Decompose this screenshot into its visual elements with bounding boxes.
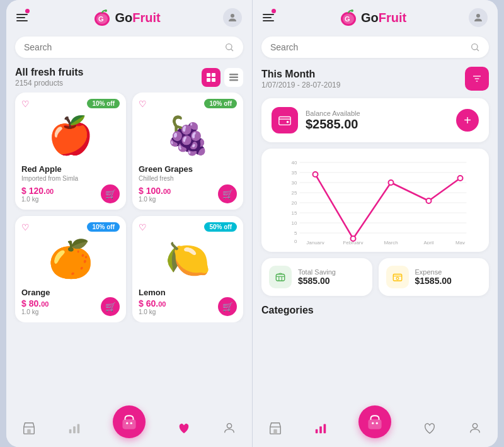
store-icon-right	[268, 421, 282, 435]
search-icon-left	[224, 42, 234, 52]
list-view-btn[interactable]	[224, 68, 243, 87]
avatar-left[interactable]	[223, 8, 242, 27]
heart-btn-2[interactable]: ♡	[21, 222, 30, 232]
svg-text:5: 5	[294, 230, 297, 236]
nav-bag-fab-right[interactable]	[358, 405, 391, 438]
menu-area-right[interactable]	[263, 14, 276, 21]
chart-icon-left	[67, 421, 81, 435]
left-search-input[interactable]	[24, 42, 219, 52]
svg-rect-11	[229, 74, 238, 76]
heart-icon-left	[177, 421, 191, 435]
product-footer-1: $ 100.00 1.0 kg 🛒	[139, 184, 237, 203]
badge-2: 10% off	[87, 222, 120, 232]
menu-icon[interactable]	[16, 14, 28, 21]
heart-btn-0[interactable]: ♡	[21, 99, 30, 109]
right-search-bar[interactable]	[261, 37, 489, 58]
svg-text:February: February	[343, 240, 363, 244]
wallet-icon	[272, 107, 298, 133]
product-card-3: ♡ 50% off 🍋 Lemon $ 60.00 1.0 kg 🛒	[132, 216, 243, 322]
svg-point-28	[472, 44, 478, 50]
svg-rect-8	[212, 73, 215, 77]
product-card-0: ♡ 10% off 🍎 Red Apple Imported from Siml…	[15, 93, 126, 210]
left-search-bar[interactable]	[15, 37, 243, 58]
filter-btn[interactable]	[465, 67, 489, 91]
badge-1: 10% off	[204, 99, 237, 108]
search-icon-right	[470, 42, 480, 52]
piggy-icon	[275, 271, 286, 283]
svg-point-71	[376, 422, 378, 424]
logo-go: Go	[115, 11, 132, 25]
product-footer-0: $ 120.00 1.0 kg 🛒	[21, 184, 120, 203]
add-btn[interactable]: +	[456, 109, 479, 132]
left-bottom-nav	[6, 412, 252, 447]
svg-rect-69	[369, 420, 382, 429]
chart-icon-right	[314, 421, 328, 435]
logo: G GoFruit	[92, 8, 160, 28]
nav-chart-right[interactable]	[314, 421, 328, 435]
svg-rect-10	[212, 78, 215, 82]
svg-rect-66	[315, 429, 318, 433]
svg-text:0: 0	[294, 239, 297, 244]
grid-view-btn[interactable]	[202, 68, 220, 87]
menu-area[interactable]	[16, 14, 30, 21]
product-footer-2: $ 80.00 1.0 kg 🛒	[21, 297, 120, 316]
right-header: G GoFruit	[253, 0, 498, 33]
product-weight-2: 1.0 kg	[21, 308, 49, 315]
right-phone: G GoFruit This Month 1/07/2019 - 28-07-2…	[252, 0, 498, 447]
product-weight-1: 1.0 kg	[139, 196, 171, 203]
cart-btn-2[interactable]: 🛒	[101, 297, 120, 316]
svg-point-22	[227, 424, 231, 428]
nav-store-left[interactable]	[22, 421, 36, 435]
svg-rect-19	[123, 420, 135, 429]
svg-text:G: G	[345, 15, 350, 23]
svg-point-72	[472, 424, 477, 428]
bag-icon-right	[367, 414, 383, 430]
nav-heart-right[interactable]	[423, 421, 437, 435]
list-icon	[229, 73, 238, 82]
menu-icon-right[interactable]	[263, 14, 274, 21]
notification-dot	[25, 9, 30, 13]
svg-text:40: 40	[292, 160, 297, 166]
cart-btn-0[interactable]: 🛒	[101, 184, 120, 203]
svg-rect-33	[279, 117, 290, 125]
product-grid: ♡ 10% off 🍎 Red Apple Imported from Siml…	[6, 93, 252, 322]
svg-text:March: March	[384, 240, 398, 244]
svg-text:May: May	[455, 240, 465, 244]
right-search-input[interactable]	[270, 42, 465, 52]
nav-bag-fab-left[interactable]	[113, 405, 146, 438]
svg-text:35: 35	[292, 170, 297, 176]
chart-point-4	[458, 176, 463, 181]
cart-btn-3[interactable]: 🛒	[218, 297, 237, 316]
nav-store-right[interactable]	[268, 421, 282, 435]
product-price-3: $ 60.00	[139, 298, 166, 308]
chart-point-3	[427, 198, 432, 203]
nav-chart-left[interactable]	[67, 421, 81, 435]
left-section-header: All fresh fruits 2154 products	[6, 64, 252, 93]
product-desc-0: Imported from Simla	[21, 175, 120, 182]
product-img-3: 🍋	[139, 234, 237, 284]
month-title: This Month	[261, 69, 340, 80]
heart-btn-1[interactable]: ♡	[139, 99, 147, 109]
logo-go-right: Go	[361, 11, 379, 25]
heart-btn-3[interactable]: ♡	[139, 222, 147, 232]
chart-line	[316, 174, 461, 239]
profile-icon-left	[222, 421, 236, 435]
svg-text:G: G	[98, 15, 104, 23]
balance-card: Balance Available $2585.00 +	[261, 98, 489, 142]
svg-point-63	[396, 277, 399, 280]
saving-label: Total Saving	[298, 268, 336, 276]
balance-amount: $2585.00	[306, 117, 449, 132]
nav-profile-left[interactable]	[222, 421, 236, 435]
cart-btn-1[interactable]: 🛒	[218, 184, 237, 203]
filter-icon	[472, 74, 482, 84]
svg-point-27	[476, 14, 480, 18]
avatar-right[interactable]	[469, 8, 488, 27]
nav-profile-right[interactable]	[468, 421, 482, 435]
badge-0: 10% off	[87, 99, 120, 108]
svg-text:15: 15	[292, 210, 297, 216]
nav-heart-left[interactable]	[177, 421, 191, 435]
expense-card: Expense $1585.00	[379, 258, 490, 296]
product-desc-1: Chilled fresh	[139, 175, 237, 182]
date-range: 1/07/2019 - 28-07-2019	[261, 81, 340, 89]
svg-point-20	[126, 422, 128, 424]
